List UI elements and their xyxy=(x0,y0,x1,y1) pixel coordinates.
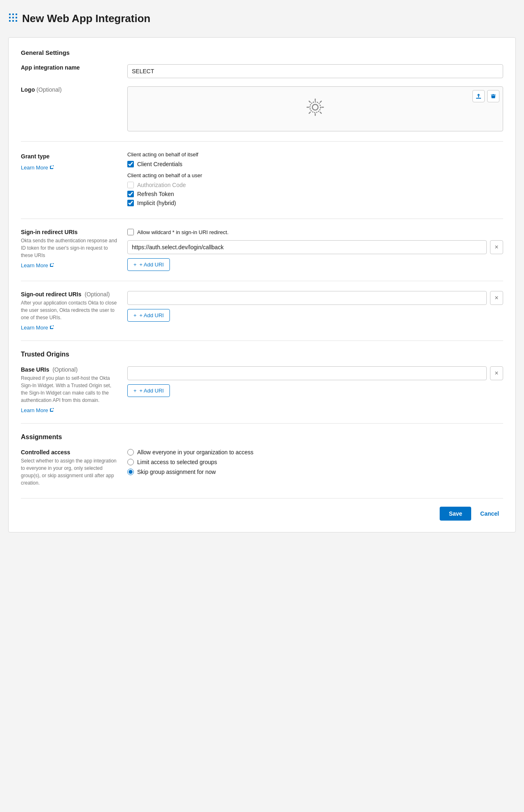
sign-out-redirect-learn-more[interactable]: Learn More xyxy=(21,325,54,331)
learn-more-icon-2 xyxy=(50,263,54,268)
app-integration-name-input[interactable] xyxy=(127,64,503,78)
svg-rect-8 xyxy=(16,20,17,22)
client-credentials-row: Client Credentials xyxy=(127,161,503,167)
add-uri-plus-3: + xyxy=(133,388,137,394)
controlled-access-row: Controlled access Select whether to assi… xyxy=(21,449,503,487)
cancel-button[interactable]: Cancel xyxy=(476,507,503,521)
app-integration-name-control xyxy=(127,64,503,78)
client-acting-user-label: Client acting on behalf of a user xyxy=(127,172,503,178)
general-settings-title: General Settings xyxy=(21,49,503,56)
grant-type-label: Grant type xyxy=(21,153,119,160)
base-uris-label-col: Base URIs (Optional) Required if you pla… xyxy=(21,366,119,413)
page-title: New Web App Integration xyxy=(22,12,150,25)
refresh-token-checkbox[interactable] xyxy=(127,191,134,197)
authorization-code-checkbox[interactable] xyxy=(127,182,134,188)
client-credentials-checkbox[interactable] xyxy=(127,161,134,167)
sign-out-uri-row: × xyxy=(127,291,503,305)
radio-skip-group[interactable] xyxy=(127,469,134,475)
logo-control xyxy=(127,86,503,131)
sign-out-redirect-control: × + + Add URI xyxy=(127,291,503,322)
refresh-token-label: Refresh Token xyxy=(137,191,174,197)
authorization-code-row: Authorization Code xyxy=(127,182,503,188)
base-uris-learn-more[interactable]: Learn More xyxy=(21,407,54,413)
divider-3 xyxy=(21,281,503,281)
radio-skip-group-label: Skip group assignment for now xyxy=(137,469,216,475)
implicit-hybrid-label: Implicit (hybrid) xyxy=(137,200,176,206)
divider-2 xyxy=(21,219,503,219)
radio-selected-groups-label: Limit access to selected groups xyxy=(137,459,217,465)
implicit-hybrid-checkbox[interactable] xyxy=(127,200,134,206)
base-uris-desc: Required if you plan to self-host the Ok… xyxy=(21,374,119,404)
logo-optional: (Optional) xyxy=(36,86,61,93)
svg-rect-7 xyxy=(12,20,14,22)
radio-everyone[interactable] xyxy=(127,449,134,456)
assignments-title: Assignments xyxy=(21,433,503,441)
divider-5 xyxy=(21,423,503,424)
main-card: General Settings App integration name Lo… xyxy=(8,37,516,532)
base-uris-row: Base URIs (Optional) Required if you pla… xyxy=(21,366,503,413)
learn-more-icon-3 xyxy=(50,325,54,330)
add-uri-plus-1: + xyxy=(133,262,137,268)
controlled-access-control: Allow everyone in your organization to a… xyxy=(127,449,503,478)
radio-row-selected-groups: Limit access to selected groups xyxy=(127,459,503,465)
sign-out-redirect-row: Sign-out redirect URIs (Optional) After … xyxy=(21,291,503,331)
sign-in-redirect-label-col: Sign-in redirect URIs Okta sends the aut… xyxy=(21,229,119,268)
sign-in-uri-input[interactable] xyxy=(127,240,487,254)
grid-icon xyxy=(8,13,18,25)
grant-type-row: Grant type Learn More Client acting on b… xyxy=(21,151,503,209)
add-uri-plus-2: + xyxy=(133,312,137,318)
base-uri-input[interactable] xyxy=(127,366,487,380)
sign-in-redirect-desc: Okta sends the authentication response a… xyxy=(21,237,119,259)
svg-rect-0 xyxy=(9,14,11,15)
learn-more-icon-1 xyxy=(50,165,54,170)
svg-rect-5 xyxy=(16,17,17,18)
app-integration-name-label-col: App integration name xyxy=(21,64,119,72)
logo-upload-box xyxy=(127,86,503,131)
logo-delete-button[interactable] xyxy=(487,90,499,102)
logo-placeholder-gear xyxy=(306,98,324,120)
controlled-access-label: Controlled access xyxy=(21,449,119,456)
sign-out-add-uri-button[interactable]: + + Add URI xyxy=(127,309,170,322)
page-header: New Web App Integration xyxy=(8,8,516,29)
save-button[interactable]: Save xyxy=(440,507,471,521)
logo-label: Logo (Optional) xyxy=(21,86,119,93)
base-uris-label: Base URIs (Optional) xyxy=(21,366,119,373)
grant-type-learn-more[interactable]: Learn More xyxy=(21,165,54,171)
app-integration-name-row: App integration name xyxy=(21,64,503,78)
wildcard-label: Allow wildcard * in sign-in URI redirect… xyxy=(137,229,228,235)
sign-in-uri-remove-button[interactable]: × xyxy=(490,240,503,254)
sign-out-optional: (Optional) xyxy=(85,291,110,298)
controlled-access-label-col: Controlled access Select whether to assi… xyxy=(21,449,119,487)
divider-1 xyxy=(21,141,503,142)
base-uri-remove-button[interactable]: × xyxy=(490,366,503,380)
base-uris-optional: (Optional) xyxy=(52,366,77,373)
svg-rect-6 xyxy=(9,20,11,22)
sign-in-add-uri-button[interactable]: + + Add URI xyxy=(127,258,170,271)
learn-more-icon-4 xyxy=(50,408,54,413)
footer-actions: Save Cancel xyxy=(21,498,503,521)
divider-4 xyxy=(21,341,503,341)
radio-row-everyone: Allow everyone in your organization to a… xyxy=(127,449,503,456)
sign-out-redirect-label: Sign-out redirect URIs (Optional) xyxy=(21,291,119,298)
sign-out-uri-remove-button[interactable]: × xyxy=(490,291,503,305)
logo-upload-button[interactable] xyxy=(472,90,485,102)
trusted-origins-title: Trusted Origins xyxy=(21,351,503,358)
base-uri-row: × xyxy=(127,366,503,380)
wildcard-row: Allow wildcard * in sign-in URI redirect… xyxy=(127,229,503,235)
controlled-access-desc: Select whether to assign the app integra… xyxy=(21,457,119,487)
radio-selected-groups[interactable] xyxy=(127,459,134,465)
sign-in-uri-row: × xyxy=(127,240,503,254)
base-uris-control: × + + Add URI xyxy=(127,366,503,397)
svg-rect-3 xyxy=(9,17,11,18)
wildcard-checkbox[interactable] xyxy=(127,229,134,235)
sign-out-redirect-desc: After your application contacts Okta to … xyxy=(21,299,119,321)
svg-point-10 xyxy=(310,102,321,113)
logo-actions xyxy=(472,90,499,102)
sign-out-uri-input[interactable] xyxy=(127,291,487,305)
radio-row-skip-group: Skip group assignment for now xyxy=(127,469,503,475)
sign-in-redirect-learn-more[interactable]: Learn More xyxy=(21,262,54,268)
base-uri-add-button[interactable]: + + Add URI xyxy=(127,384,170,397)
sign-in-redirect-control: Allow wildcard * in sign-in URI redirect… xyxy=(127,229,503,271)
authorization-code-label: Authorization Code xyxy=(137,182,186,188)
logo-row: Logo (Optional) xyxy=(21,86,503,131)
